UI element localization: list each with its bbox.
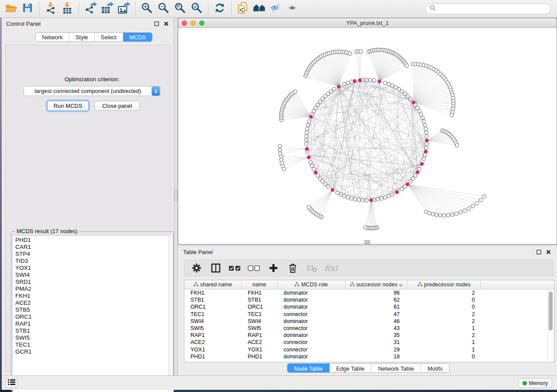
zoom-out-icon [158,2,169,15]
zoom-in-button[interactable] [138,2,155,16]
task-history-button[interactable] [5,378,17,388]
split-pane-handle[interactable] [364,240,370,244]
tab-style[interactable]: Style [69,33,94,41]
refresh-layout-button[interactable] [211,2,228,16]
export-table-button[interactable] [99,2,115,16]
import-network-button[interactable] [42,2,59,16]
memory-button[interactable]: Memory [518,378,552,388]
search-input[interactable] [436,6,541,12]
table-scrollbar[interactable] [547,290,554,362]
network-window-titlebar[interactable]: YPA_prune.txt_1 [178,18,557,28]
mcds-result-item[interactable]: ACE2 [15,299,173,306]
table-row[interactable]: YOX1YOX1connector291 [184,346,554,353]
mcds-result-item[interactable]: STB5 [15,306,173,313]
close-panel-icon[interactable] [545,249,552,256]
close-panel-icon[interactable] [163,20,170,27]
mcds-result-item[interactable]: FKH1 [15,292,173,299]
table-row[interactable]: ACE2ACE2connector311 [184,339,554,346]
mcds-result-item[interactable]: CAR1 [15,244,173,251]
column-header-successor-nodes[interactable]: successor nodes [346,280,408,289]
splitter-handle[interactable] [174,190,177,201]
vertical-splitter[interactable] [174,18,178,375]
tab-select[interactable]: Select [94,33,123,41]
show-all-button[interactable] [284,2,301,16]
mcds-result-item[interactable]: PMA2 [15,285,173,292]
save-floppy-icon [22,3,33,15]
mcds-panel: Optimization criterion: largest connecte… [5,45,171,372]
export-network-button[interactable] [82,2,99,16]
duplicate-network-button[interactable] [235,2,251,16]
run-mcds-button[interactable]: Run MCDS [47,101,89,111]
export-network-icon [84,2,97,16]
tab-network[interactable]: Network [36,33,69,41]
function-builder-icon[interactable]: f(x) [323,261,339,275]
mcds-result-item[interactable]: ORC1 [15,313,173,320]
optimization-criterion-select[interactable]: largest connected component (undirected) [24,86,161,96]
table-cell: 0 [408,354,481,360]
table-row[interactable]: SWI4SWI4dominator462 [184,318,554,325]
float-panel-icon[interactable] [535,249,542,256]
import-table-button[interactable] [59,2,76,16]
tab-node-table[interactable]: Node Table [287,364,329,373]
float-panel-icon[interactable] [153,20,160,27]
first-neighbors-button[interactable] [251,2,268,16]
select-all-icon[interactable] [227,261,243,275]
table-row[interactable]: ORC1ORC1dominator610 [184,303,554,310]
network-canvas[interactable] [178,28,557,244]
mcds-result-item[interactable]: PHD1 [15,237,173,244]
table-cell: RAP1 [184,332,242,338]
show-columns-icon[interactable] [208,261,224,275]
table-row[interactable]: SWI5SWI5connector431 [184,325,554,332]
table-cell: 2 [408,318,481,324]
column-header-name[interactable]: name [242,280,277,289]
mcds-result-item[interactable]: STP4 [15,251,173,258]
zoom-fit-button[interactable] [172,2,188,16]
table-row[interactable]: STB1STB1dominator620 [184,296,554,303]
mcds-result-item[interactable]: STB1 [15,327,173,334]
hide-eye-slash-icon [270,3,282,15]
mcds-result-item[interactable]: YOX1 [15,265,173,272]
table-scrollbar-thumb[interactable] [549,292,553,330]
table-cell: connector [277,339,346,345]
tab-mcds[interactable]: MCDS [123,33,152,41]
mcds-result-list[interactable]: PHD1CAR1STP4TID3YOX1SWI4SRD1PMA2FKH1ACE2… [12,235,173,392]
table-cell: STB1 [184,297,242,303]
export-image-button[interactable] [115,2,132,16]
open-session-button[interactable] [3,2,19,16]
table-cell: STB1 [242,297,277,303]
zoom-out-button[interactable] [155,2,172,16]
mcds-result-item[interactable]: SWI5 [15,334,173,341]
tab-motifs[interactable]: Motifs [421,364,450,373]
mcds-result-item[interactable]: TEC1 [15,341,173,348]
add-column-icon[interactable] [266,261,281,275]
mcds-result-item[interactable]: SRD1 [15,279,173,285]
table-row[interactable]: TEC1TEC1connector472 [184,311,554,318]
table-row[interactable]: RAP1RAP1dominator352 [184,332,554,339]
search-field[interactable] [425,3,551,14]
settings-gear-icon[interactable] [189,261,204,275]
toolbar-separator [231,2,232,15]
table-cell: YOX1 [184,347,242,353]
delete-column-icon[interactable] [285,261,301,275]
column-header-MCDS-role[interactable]: MCDS role [277,280,346,289]
tab-network-table[interactable]: Network Table [371,364,420,373]
mcds-result-item[interactable]: GCR1 [15,348,173,355]
delete-table-icon[interactable] [304,261,320,275]
table-row[interactable]: FKH1FKH1dominator962 [184,289,554,296]
mcds-result-item[interactable]: TID3 [15,258,173,265]
column-header-predecessor-nodes[interactable]: predecessor nodes [408,280,481,289]
close-panel-button[interactable]: Close panel [94,101,140,111]
optimization-criterion-label: Optimization criterion: [6,76,178,83]
zoom-selected-button[interactable] [188,2,205,16]
table-cell: PHD1 [242,354,277,360]
tab-edge-table[interactable]: Edge Table [329,364,371,373]
deselect-all-icon[interactable] [246,261,262,275]
node-table-body: FKH1FKH1dominator962STB1STB1dominator620… [184,289,554,360]
hide-selected-button[interactable] [268,2,284,16]
column-header-shared-name[interactable]: shared name [184,280,242,289]
save-session-button[interactable] [19,2,36,16]
mcds-result-scrollbar[interactable] [168,235,173,392]
mcds-result-item[interactable]: RAP1 [15,320,173,327]
mcds-result-item[interactable]: SWI4 [15,272,173,279]
table-row[interactable]: PHD1PHD1dominator180 [184,353,554,360]
